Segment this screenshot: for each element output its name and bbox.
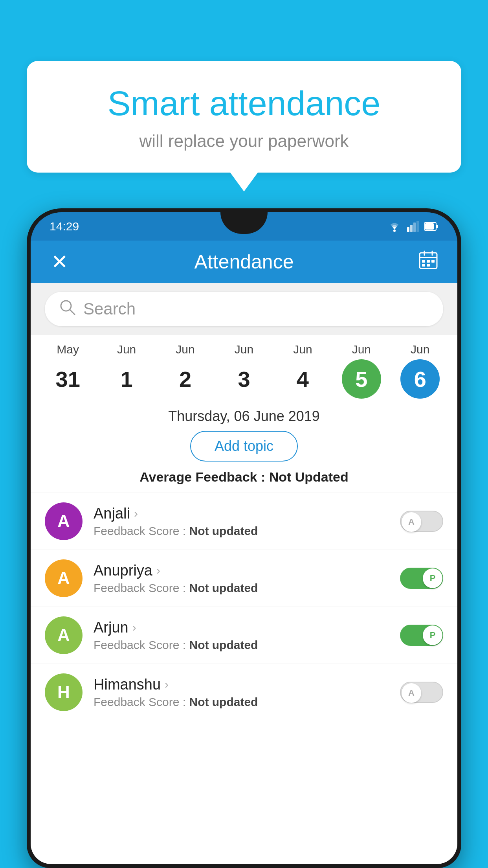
student-avatar: A	[45, 616, 83, 654]
cal-month-label: Jun	[411, 343, 429, 356]
calendar-day-0[interactable]: May31	[42, 343, 94, 399]
cal-month-label: Jun	[117, 343, 136, 356]
student-score: Feedback Score : Not updated	[94, 638, 389, 652]
search-icon	[59, 299, 75, 319]
chevron-icon: ›	[165, 678, 169, 691]
svg-rect-12	[422, 260, 425, 263]
avg-feedback: Average Feedback : Not Updated	[31, 469, 457, 493]
toggle-knob: P	[423, 568, 442, 588]
cal-month-label: Jun	[352, 343, 371, 356]
calendar-day-6[interactable]: Jun6	[394, 343, 446, 399]
svg-rect-14	[431, 260, 435, 263]
student-info: Himanshu ›Feedback Score : Not updated	[94, 676, 389, 709]
status-icons	[387, 221, 438, 232]
calendar-day-1[interactable]: Jun1	[101, 343, 152, 399]
bubble-title: Smart attendance	[58, 85, 430, 123]
wifi-icon	[387, 221, 402, 232]
student-avatar: A	[45, 559, 83, 597]
student-score: Feedback Score : Not updated	[94, 695, 389, 709]
battery-icon	[424, 222, 438, 231]
attendance-toggle[interactable]: A	[400, 682, 443, 703]
cal-day-num: 4	[283, 359, 322, 399]
calendar-day-2[interactable]: Jun2	[160, 343, 211, 399]
cal-month-label: May	[57, 343, 79, 356]
student-name: Anjali ›	[94, 505, 389, 522]
avg-feedback-label: Average Feedback :	[139, 469, 265, 484]
student-info: Arjun ›Feedback Score : Not updated	[94, 619, 389, 652]
search-placeholder: Search	[83, 300, 136, 318]
attendance-toggle[interactable]: A	[400, 511, 443, 532]
calendar-day-3[interactable]: Jun3	[218, 343, 270, 399]
toggle-knob: P	[423, 625, 442, 645]
screen-content: Search May31Jun1Jun2Jun3Jun4Jun5Jun6 Thu…	[31, 283, 457, 864]
cal-day-num: 1	[107, 359, 146, 399]
avg-feedback-value: Not Updated	[269, 469, 349, 484]
svg-rect-15	[422, 264, 425, 267]
student-item[interactable]: AAnjali ›Feedback Score : Not updatedA	[31, 493, 457, 550]
student-score: Feedback Score : Not updated	[94, 581, 389, 595]
svg-point-0	[393, 230, 396, 232]
calendar-day-4[interactable]: Jun4	[277, 343, 328, 399]
student-score: Feedback Score : Not updated	[94, 524, 389, 538]
svg-rect-2	[410, 225, 413, 232]
phone-frame: 14:29	[27, 208, 461, 868]
svg-rect-3	[413, 223, 416, 232]
chevron-icon: ›	[156, 564, 160, 577]
calendar-day-5[interactable]: Jun5	[336, 343, 387, 399]
cal-day-num: 3	[224, 359, 264, 399]
student-name: Anupriya ›	[94, 562, 389, 579]
student-info: Anupriya ›Feedback Score : Not updated	[94, 562, 389, 595]
cal-day-num: 31	[48, 359, 88, 399]
attendance-toggle[interactable]: P	[400, 568, 443, 589]
add-topic-button[interactable]: Add topic	[190, 431, 298, 462]
attendance-toggle[interactable]: P	[400, 625, 443, 646]
student-list: AAnjali ›Feedback Score : Not updatedAAA…	[31, 493, 457, 721]
student-item[interactable]: AAnupriya ›Feedback Score : Not updatedP	[31, 550, 457, 607]
app-bar-title: Attendance	[72, 250, 416, 273]
calendar-button[interactable]	[416, 250, 440, 274]
phone-inner: 14:29	[31, 212, 457, 864]
student-avatar: H	[45, 673, 83, 711]
svg-rect-6	[436, 225, 438, 228]
cal-day-num: 5	[342, 359, 381, 399]
cal-month-label: Jun	[293, 343, 312, 356]
toggle-knob: A	[402, 512, 421, 532]
svg-line-18	[70, 309, 75, 314]
svg-rect-7	[425, 223, 434, 230]
chevron-icon: ›	[132, 621, 136, 634]
svg-rect-1	[407, 227, 409, 232]
speech-bubble-container: Smart attendance will replace your paper…	[27, 61, 461, 173]
student-name: Himanshu ›	[94, 676, 389, 693]
search-bar-container: Search	[31, 283, 457, 335]
svg-rect-4	[416, 221, 419, 232]
signal-icon	[407, 221, 419, 232]
calendar-strip: May31Jun1Jun2Jun3Jun4Jun5Jun6	[31, 335, 457, 399]
cal-day-num: 6	[400, 359, 440, 399]
speech-bubble: Smart attendance will replace your paper…	[27, 61, 461, 173]
close-button[interactable]: ✕	[48, 250, 72, 274]
svg-rect-16	[427, 264, 430, 267]
student-name: Arjun ›	[94, 619, 389, 636]
chevron-icon: ›	[134, 507, 138, 520]
cal-day-num: 2	[166, 359, 205, 399]
cal-month-label: Jun	[235, 343, 253, 356]
svg-rect-13	[427, 260, 430, 263]
search-bar[interactable]: Search	[45, 292, 443, 326]
student-item[interactable]: HHimanshu ›Feedback Score : Not updatedA	[31, 664, 457, 721]
selected-date: Thursday, 06 June 2019	[31, 399, 457, 431]
status-time: 14:29	[50, 220, 79, 233]
student-avatar: A	[45, 502, 83, 540]
toggle-knob: A	[402, 683, 421, 703]
app-bar: ✕ Attendance	[31, 241, 457, 283]
student-info: Anjali ›Feedback Score : Not updated	[94, 505, 389, 538]
cal-month-label: Jun	[176, 343, 194, 356]
bubble-subtitle: will replace your paperwork	[58, 131, 430, 151]
student-item[interactable]: AArjun ›Feedback Score : Not updatedP	[31, 607, 457, 664]
